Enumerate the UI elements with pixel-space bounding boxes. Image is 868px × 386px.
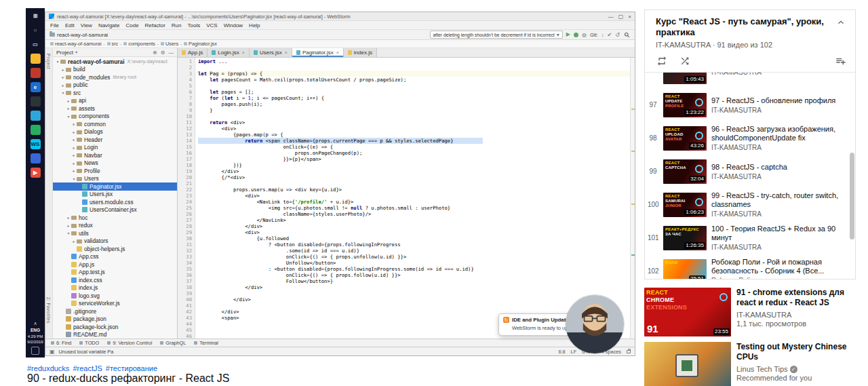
tree-item[interactable]: App.css (53, 253, 177, 261)
tree-item[interactable]: ▾utils (53, 229, 177, 237)
close-tab-icon[interactable]: × (242, 50, 245, 55)
channel-name[interactable]: IT-KAMASUTRA (736, 311, 791, 319)
code-line[interactable]: } (198, 107, 630, 113)
editor-tab[interactable]: Login.jsx× (208, 48, 250, 57)
code-line[interactable]: {/*<div> (198, 174, 630, 180)
tool-window-tab-project[interactable]: Project (46, 54, 51, 69)
code-line[interactable]: return <div> (198, 119, 630, 126)
tree-item[interactable]: ▸build (53, 66, 177, 74)
tree-item[interactable]: ▸Navbar (53, 151, 177, 159)
tool-window-button[interactable]: GraphQL (160, 340, 186, 346)
code-line[interactable]: pages.push(i); (198, 101, 630, 107)
green-app-icon[interactable] (31, 125, 41, 135)
hide-panel-icon[interactable]: — (169, 50, 174, 56)
lock-icon[interactable] (627, 350, 631, 353)
playlist-scrollbar[interactable] (850, 153, 854, 239)
editor-tab[interactable]: Paginator.jsx× (292, 48, 344, 57)
chevron-down-icon[interactable]: ▾ (75, 50, 77, 56)
tool-window-toggle-icon[interactable]: ▣ (50, 349, 55, 355)
tree-item[interactable]: ▸public (53, 81, 177, 90)
playlist-item[interactable]: 99 REACTCAPTCHA 32:04 98 - ReactJS - cap… (645, 155, 855, 188)
code-line[interactable]: <div> (198, 193, 630, 199)
menu-help[interactable]: Help (249, 22, 260, 28)
code-line[interactable]: {u.followed (198, 235, 630, 242)
menu-tools[interactable]: Tools (188, 22, 201, 28)
tree-item[interactable]: index.js (53, 284, 177, 292)
tool-window-tab-favorites[interactable]: 2: Favorites (46, 297, 51, 324)
menu-file[interactable]: File (50, 22, 59, 28)
tool-window-button[interactable]: Terminal (194, 340, 218, 346)
loop-playlist-icon[interactable] (656, 55, 668, 67)
code-line[interactable] (198, 83, 630, 89)
code-line[interactable]: {pages.map(p => { (198, 132, 630, 138)
code-line[interactable]: <img src={u.photos.small != null ? u.pho… (198, 205, 630, 211)
tree-item[interactable]: ▸validators (53, 237, 177, 246)
menu-navigate[interactable]: Navigate (98, 22, 120, 28)
search-everywhere-icon[interactable] (623, 31, 631, 39)
code-line[interactable]: ? <button disabled={props.followingInPro… (198, 242, 630, 248)
code-line[interactable]: <div> (198, 126, 630, 132)
git-commit-icon[interactable]: ✔ (608, 32, 612, 38)
tree-item[interactable]: index.css (53, 276, 177, 284)
code-line[interactable]: <div> (198, 229, 630, 235)
editor-tab[interactable]: App.js (178, 48, 208, 57)
locate-file-icon[interactable]: ⊕ (153, 50, 157, 56)
menu-edit[interactable]: Edit (65, 22, 75, 28)
start-button[interactable]: ⊞ (31, 11, 41, 21)
video-thumbnail[interactable]: REACTCAPTCHA 32:04 (663, 159, 707, 184)
close-tab-icon[interactable]: × (336, 50, 339, 55)
gear-icon[interactable]: ⚙ (161, 50, 165, 56)
tree-item[interactable]: UsersContainer.jsx (53, 206, 177, 214)
menu-view[interactable]: View (81, 22, 92, 28)
search-icon[interactable]: ○ (31, 25, 41, 35)
code-line[interactable]: className={styles.userPhoto}/> (198, 211, 630, 217)
code-text[interactable]: import ... let Pag = (props) => { let pa… (195, 58, 630, 339)
task-view-icon[interactable]: ▭ (31, 39, 41, 50)
tree-item[interactable]: ▸Dialogs (53, 128, 177, 136)
tree-item[interactable]: ▸Profile (53, 167, 177, 175)
tree-item[interactable]: ▸redux (53, 222, 177, 230)
video-thumbnail[interactable]: REACTUPLOADAVATAR 43:26 (663, 126, 707, 151)
code-line[interactable] (198, 180, 630, 187)
hashtag-link[interactable]: #reactJS (73, 364, 102, 372)
status-widget[interactable]: 6:8 (558, 349, 565, 355)
video-thumbnail[interactable]: ПОЛИ 25:51 (663, 259, 707, 280)
blue-app-icon[interactable] (31, 153, 41, 163)
channel-name[interactable]: Linus Tech Tips (736, 365, 788, 373)
code-line[interactable] (198, 303, 630, 309)
git-revert-icon[interactable]: ↺ (615, 32, 620, 38)
channel-name[interactable]: Robocar Poli (711, 277, 850, 279)
playlist-item[interactable]: 101 РЕАКТ+РЕДУКСЗА ЧАС 1:26:35 100 - Тео… (645, 221, 855, 254)
breadcrumb-item[interactable]: Paginator.jsx (184, 41, 217, 47)
menu-window[interactable]: Window (224, 22, 243, 28)
code-line[interactable]: </div> (198, 223, 630, 229)
code-line[interactable]: import ... (198, 58, 630, 64)
code-line[interactable]: Follow</button>} (198, 278, 630, 284)
code-line[interactable]: onClick={(e) => { (198, 144, 630, 150)
editor-tab[interactable]: Users.jsx× (250, 48, 292, 57)
debug-button[interactable] (574, 33, 578, 37)
code-line[interactable]: let pagesCount = Math.ceil(props.totalUs… (198, 77, 630, 83)
recommended-item[interactable]: REACTCHROMEEXTENSIONS 23:55 91 91 - chro… (644, 288, 856, 336)
tool-window-button[interactable]: 9: Version Control (107, 340, 152, 346)
code-editor[interactable]: 1234567891011121314151617181920212223242… (178, 58, 635, 339)
code-line[interactable]: </div> (198, 168, 630, 174)
tree-item[interactable]: serviceWorker.js (53, 300, 177, 308)
video-title[interactable]: 99 - ReactJS - try-catch, router switch,… (711, 191, 850, 209)
video-thumbnail[interactable]: REACTSAMURAIJUNIOR 1:06:23 (663, 193, 707, 217)
code-line[interactable]: for (let i = 1; i <= pagesCount; i++) { (198, 95, 630, 101)
code-line[interactable]: props.users.map(u => <div key={u.id}> (198, 187, 630, 193)
code-line[interactable]: let pages = []; (198, 89, 630, 95)
tree-item[interactable]: ▾components (53, 113, 177, 121)
channel-name[interactable]: IT-KAMASUTRA (711, 73, 850, 76)
status-widget[interactable]: LF (571, 349, 577, 355)
hashtag-link[interactable]: #reduxducks (27, 364, 69, 372)
run-configuration-select[interactable]: after deleting length shouldn't be decre… (430, 31, 563, 39)
webstorm-icon[interactable]: WS (31, 139, 41, 149)
playlist-item[interactable]: 102 ПОЛИ 25:51 Робокар Поли - Рой и пожа… (645, 254, 855, 279)
add-to-queue-icon[interactable] (835, 55, 847, 67)
breadcrumb-item[interactable]: Users (161, 41, 178, 47)
tree-item[interactable]: .gitignore (53, 307, 177, 315)
tree-item[interactable]: package.json (53, 315, 177, 324)
code-line[interactable]: .some(id => id === u.id)} (198, 248, 630, 254)
